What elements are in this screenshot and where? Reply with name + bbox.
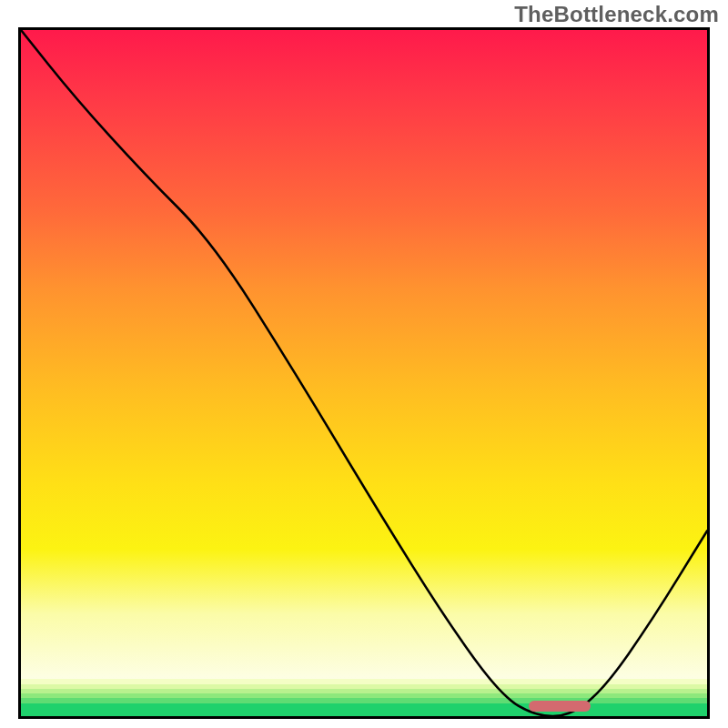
optimal-marker [529,701,591,712]
chart-container: TheBottleneck.com [0,0,728,728]
watermark-text: TheBottleneck.com [514,2,719,27]
plot-area [18,27,710,719]
bottleneck-curve [21,30,707,716]
